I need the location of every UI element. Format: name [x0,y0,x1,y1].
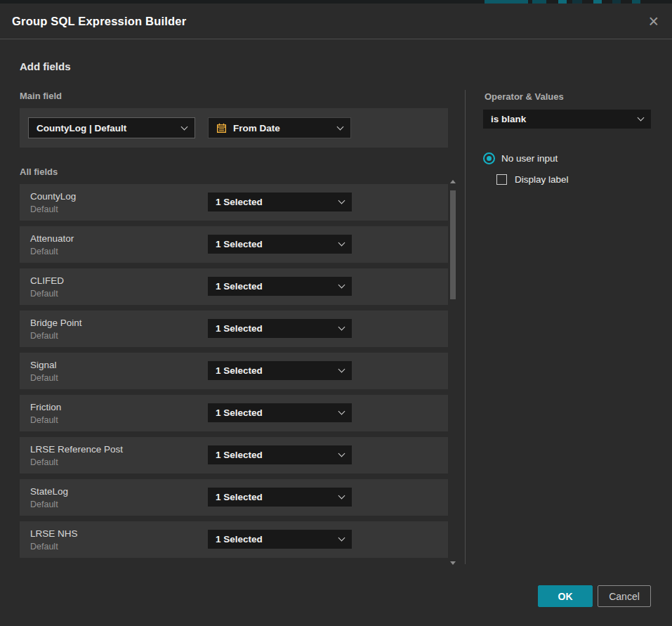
field-selected-label: 1 Selected [216,281,263,292]
operator-values-label: Operator & Values [485,91,564,102]
add-fields-heading: Add fields [20,60,71,72]
main-field-field-value: From Date [233,123,280,133]
main-field-label: Main field [20,91,62,101]
chevron-down-icon [338,408,345,415]
field-row: LRSE NHS Default 1 Selected [20,521,448,558]
chevron-down-icon [337,123,344,130]
field-selected-label: 1 Selected [216,239,263,249]
no-user-input-label: No user input [501,153,558,164]
main-field-field-select[interactable]: From Date [208,117,351,138]
field-selected-label: 1 Selected [216,323,263,334]
field-selected-label: 1 Selected [216,534,263,545]
field-selected-dropdown[interactable]: 1 Selected [208,235,352,254]
field-row: CountyLog Default 1 Selected [20,184,448,221]
field-row: StateLog Default 1 Selected [20,479,448,516]
field-selected-dropdown[interactable]: 1 Selected [208,319,352,338]
main-field-panel: CountyLog | Default From Date [20,108,448,148]
chevron-down-icon [638,115,645,122]
chevron-down-icon [338,493,345,500]
dialog-title: Group SQL Expression Builder [12,15,186,28]
chevron-down-icon [338,535,345,542]
chevron-down-icon [338,366,345,373]
field-selected-dropdown[interactable]: 1 Selected [208,530,352,549]
chevron-down-icon [181,123,188,130]
field-selected-label: 1 Selected [216,492,263,502]
field-row: Attenuator Default 1 Selected [20,226,448,263]
scrollbar-down-arrow-icon[interactable] [450,561,456,565]
field-selected-label: 1 Selected [216,197,263,207]
field-row: CLIFED Default 1 Selected [20,268,448,305]
chevron-down-icon [338,240,345,247]
main-field-source-select[interactable]: CountyLog | Default [28,117,195,138]
main-field-source-value: CountyLog | Default [37,123,126,133]
checkbox-unchecked-icon [496,174,507,185]
scrollbar-up-arrow-icon[interactable] [450,180,456,183]
group-sql-expression-builder-dialog: Group SQL Expression Builder × Add field… [0,4,672,626]
field-selected-label: 1 Selected [216,365,263,376]
vertical-divider [465,90,466,564]
chevron-down-icon [338,282,345,289]
field-row: Friction Default 1 Selected [20,395,448,431]
ok-button[interactable]: OK [538,585,593,607]
chevron-down-icon [338,450,345,457]
display-label-checkbox[interactable]: Display label [496,174,569,185]
field-row: LRSE Reference Post Default 1 Selected [20,437,448,474]
calendar-icon [216,123,227,133]
cancel-button[interactable]: Cancel [598,585,651,607]
all-fields-list: CountyLog Default 1 Selected Attenuator … [20,184,448,558]
field-selected-dropdown[interactable]: 1 Selected [208,445,352,464]
operator-select-value: is blank [491,114,526,124]
field-selected-dropdown[interactable]: 1 Selected [208,277,352,296]
field-row: Signal Default 1 Selected [20,353,448,389]
field-selected-label: 1 Selected [216,450,263,460]
field-selected-dropdown[interactable]: 1 Selected [208,488,352,507]
dialog-titlebar: Group SQL Expression Builder × [0,4,672,39]
field-selected-dropdown[interactable]: 1 Selected [208,403,352,422]
chevron-down-icon [338,197,345,204]
field-selected-dropdown[interactable]: 1 Selected [208,361,352,380]
chevron-down-icon [338,324,345,331]
no-user-input-radio[interactable]: No user input [483,152,558,164]
operator-select[interactable]: is blank [483,110,651,129]
display-label-text: Display label [515,174,569,185]
all-fields-label: All fields [20,167,58,177]
field-row: Bridge Point Default 1 Selected [20,311,448,347]
field-selected-label: 1 Selected [216,407,263,418]
field-selected-dropdown[interactable]: 1 Selected [208,193,352,211]
scrollbar-thumb[interactable] [450,190,456,299]
close-icon[interactable]: × [647,13,660,30]
fields-scrollbar [449,178,456,566]
radio-selected-icon [483,152,495,164]
